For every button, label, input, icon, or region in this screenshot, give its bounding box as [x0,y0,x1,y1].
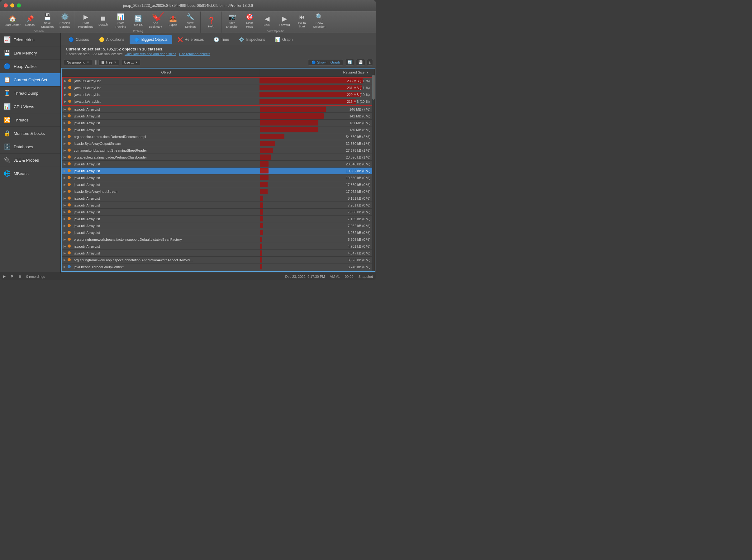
expand-icon[interactable]: ▶ [62,224,67,227]
table-row[interactable]: ▶ java.util.ArrayList 4,701 kB (0 %) [62,243,372,250]
info-button[interactable]: ℹ [367,59,373,66]
view-select[interactable]: ▦ Tree ▼ [98,59,119,66]
table-row[interactable]: ▶ java.io.ByteArrayOutputStream 32,550 k… [62,140,372,147]
expand-icon[interactable]: ▶ [62,169,67,173]
tab-graph[interactable]: 📊 Graph [271,35,297,44]
table-row[interactable]: ▶ java.util.ArrayList 7,901 kB (0 %) [62,202,372,209]
tab-references[interactable]: ❌ References [173,35,209,44]
expand-icon[interactable]: ▶ [62,265,67,268]
table-row[interactable]: ▶ com.monitorjbl.xlsx.impl.StreamingShee… [62,147,372,154]
sidebar-item-thread-dump[interactable]: 🧵 Thread Dump [0,86,60,100]
table-row[interactable]: ▶ java.util.ArrayList 216 MB (10 %) [63,98,372,105]
expand-icon[interactable]: ▶ [62,210,67,214]
expand-icon[interactable]: ▶ [62,107,67,111]
expand-icon[interactable]: ▶ [63,93,68,96]
sidebar-item-databases[interactable]: 🗄️ Databases [0,140,60,154]
sidebar-item-heap-walker[interactable]: 🔵 Heap Walker [0,60,60,73]
start-center-button[interactable]: 🏠 Start Center [4,12,21,29]
sidebar-item-current-object-set[interactable]: 📋 Current Object Set [0,73,60,86]
expand-icon[interactable]: ▶ [62,197,67,200]
table-row[interactable]: ▶ org.springframework.beans.factory.supp… [62,236,372,243]
start-recordings-button[interactable]: ▶ StartRecordings [77,12,94,29]
help-button[interactable]: ❓ Help [202,13,220,31]
maximize-button[interactable] [17,3,21,7]
tab-time[interactable]: 🕐 Time [209,35,234,44]
go-to-start-button[interactable]: ⏮ Go ToStart [293,12,311,29]
expand-icon[interactable]: ▶ [62,244,67,248]
tab-allocations[interactable]: 🟡 Allocations [94,35,129,44]
tab-biggest-objects[interactable]: 🔷 Biggest Objects [130,35,172,44]
table-row[interactable]: ▶ java.util.ArrayList 4,347 kB (0 %) [62,250,372,257]
use-retained-link[interactable]: Use retained objects [179,52,210,56]
expand-icon[interactable]: ▶ [62,155,67,159]
expand-icon[interactable]: ▶ [62,148,67,152]
run-gc-button[interactable]: 🔄 Run GC [129,12,147,29]
show-selection-button[interactable]: 🔍 ShowSelection [311,12,328,29]
table-row[interactable]: ▶ java.util.ArrayList 131 MB (6 %) [62,120,372,126]
expand-icon[interactable]: ▶ [62,128,67,132]
expand-icon[interactable]: ▶ [62,121,67,125]
table-scroll[interactable]: Object Retained Size ▼ ▶ java.util.Array… [62,68,372,271]
forward-button[interactable]: ▶ Forward [276,12,293,29]
table-row[interactable]: ▶ java.util.ArrayList 7,062 kB (0 %) [62,222,372,229]
expand-icon[interactable]: ▶ [62,251,67,255]
sidebar-item-mbeans[interactable]: 🌐 MBeans [0,167,60,180]
sidebar-item-telemetries[interactable]: 📈 Telemetries [0,33,60,46]
scrollbar-thumb[interactable] [372,75,375,100]
table-row[interactable]: ▶ org.apache.catalina.loader.WebappClass… [62,154,372,161]
calculate-sizes-link[interactable]: Calculate retained and deep sizes [125,52,176,56]
table-row[interactable]: ▶ java.util.ArrayList 19,550 kB (0 %) [62,175,372,181]
save-button[interactable]: 💾 [356,59,365,66]
expand-icon[interactable]: ▶ [62,238,67,241]
expand-icon[interactable]: ▶ [62,258,67,262]
table-row[interactable]: ▶ java.util.ArrayList 8,181 kB (0 %) [62,195,372,202]
expand-icon[interactable]: ▶ [62,176,67,179]
column-header-object[interactable]: Object [73,68,260,76]
table-row[interactable]: ▶ java.util.ArrayList 20,046 kB (0 %) [62,161,372,167]
session-settings-button[interactable]: ⚙️ SessionSettings [56,12,74,29]
expand-icon[interactable]: ▶ [62,217,67,221]
tab-classes[interactable]: 🔵 Classes [64,35,94,44]
export-button[interactable]: 📤 Export [164,12,182,29]
table-row[interactable]: ▶ org.apache.xerces.dom.DeferredDocument… [62,133,372,140]
expand-icon[interactable]: ▶ [62,135,67,138]
table-row[interactable]: ▶ java.util.ArrayList 233 MB (11 %) [63,78,372,84]
table-row[interactable]: ▶ java.util.ArrayList 19,582 kB (0 %) [62,167,372,175]
table-row[interactable]: ▶ java.util.ArrayList 146 MB (7 %) [62,106,372,113]
expand-icon[interactable]: ▶ [62,114,67,118]
expand-icon[interactable]: ▶ [62,190,67,193]
show-in-graph-button[interactable]: 🔵 Show In Graph [308,59,343,66]
table-row[interactable]: ▶ java.io.ByteArrayInputStream 17,072 kB… [62,188,372,195]
detach-button[interactable]: 📌 Detach [21,12,39,29]
table-row[interactable]: ▶ java.util.ArrayList 6,962 kB (0 %) [62,229,372,236]
table-row[interactable]: ▶ org.springframework.aop.aspectj.annota… [62,257,372,263]
back-button[interactable]: ◀ Back [258,12,276,29]
tab-inspections[interactable]: ⚙️ Inspections [234,35,270,44]
minimize-button[interactable] [10,3,14,7]
expand-icon[interactable]: ▶ [62,231,67,234]
stop-recordings-button[interactable]: ⏹ Detach [94,12,112,29]
sidebar-item-live-memory[interactable]: 💾 Live Memory [0,46,60,60]
expand-icon[interactable]: ▶ [63,100,68,103]
use-select[interactable]: Use ... ▼ [121,59,141,65]
table-row[interactable]: ▶ java.beans.ThreadGroupContext 3,746 kB… [62,263,372,271]
table-row[interactable]: ▶ java.util.ArrayList 231 MB (11 %) [63,84,372,91]
table-row[interactable]: ▶ java.util.ArrayList 17,369 kB (0 %) [62,181,372,188]
table-row[interactable]: ▶ java.util.ArrayList 229 MB (10 %) [63,91,372,98]
save-snapshot-button[interactable]: 💾 SaveSnapshot [39,12,56,29]
table-row[interactable]: ▶ org.apache.kafka.clients.producer.inte… [62,271,372,271]
table-row[interactable]: ▶ java.util.ArrayList 7,185 kB (0 %) [62,216,372,222]
mark-heap-button[interactable]: 🎯 MarkHeap [241,12,258,29]
close-button[interactable] [4,3,8,7]
start-tracking-button[interactable]: 📊 StartTracking [112,12,129,29]
expand-icon[interactable]: ▶ [63,79,68,82]
grouping-select[interactable]: No grouping ▼ [64,59,92,65]
expand-icon[interactable]: ▶ [62,203,67,207]
take-snapshot-button[interactable]: 📷 TakeSnapshot [223,12,241,29]
table-row[interactable]: ▶ java.util.ArrayList 130 MB (6 %) [62,126,372,133]
table-row[interactable]: ▶ java.util.ArrayList 7,886 kB (0 %) [62,209,372,216]
refresh-button[interactable]: 🔄 [345,59,354,66]
sidebar-item-threads[interactable]: 🔀 Threads [0,113,60,127]
expand-icon[interactable]: ▶ [62,183,67,186]
sidebar-item-cpu-views[interactable]: 📊 CPU Views [0,100,60,113]
